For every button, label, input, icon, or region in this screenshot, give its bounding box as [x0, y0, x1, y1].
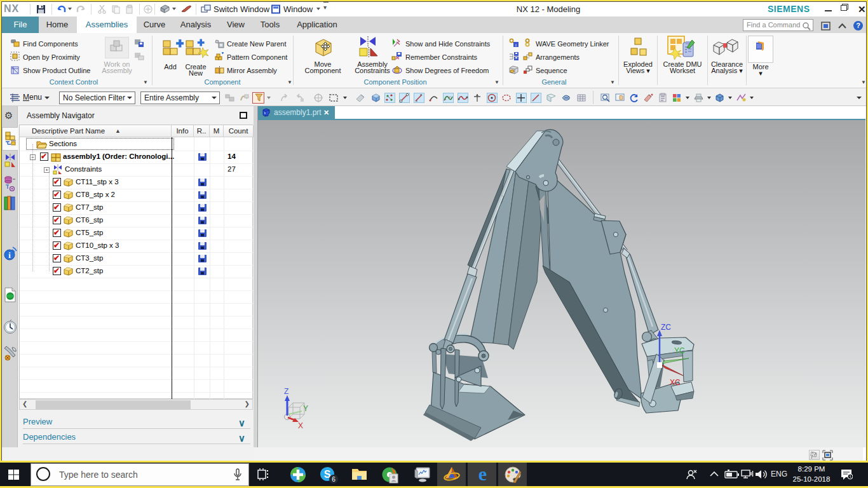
svg-text:6: 6 — [332, 476, 336, 483]
svg-text:YC: YC — [674, 346, 685, 355]
svg-text:XC: XC — [670, 378, 681, 387]
svg-text:ZC: ZC — [661, 323, 671, 332]
svg-text:Z: Z — [284, 387, 288, 396]
svg-text:Y: Y — [303, 404, 308, 413]
svg-text:X: X — [298, 421, 303, 430]
svg-text:i: i — [8, 250, 11, 260]
svg-text:i: i — [515, 43, 517, 48]
